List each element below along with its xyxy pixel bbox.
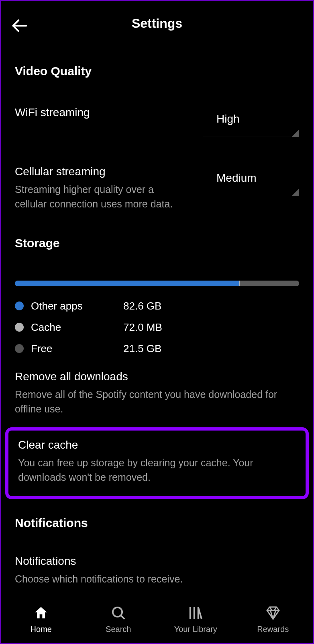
clear-cache-desc: You can free up storage by clearing your… — [18, 455, 296, 485]
nav-label: Search — [106, 625, 131, 634]
settings-content: Video Quality WiFi streaming High Cellul… — [1, 64, 313, 586]
row-cellular-streaming: Cellular streaming Streaming higher qual… — [15, 165, 299, 211]
nav-library[interactable]: Your Library — [157, 603, 234, 643]
bottom-nav: Home Search Your Library Rewards — [2, 599, 312, 643]
legend-other-apps: Other apps 82.6 GB — [15, 300, 299, 312]
storage-bar — [15, 281, 299, 286]
diamond-icon — [265, 605, 281, 621]
legend-value: 82.6 GB — [123, 300, 161, 312]
nav-label: Your Library — [174, 625, 217, 634]
dot-icon — [15, 301, 24, 310]
legend-label: Cache — [31, 321, 123, 334]
wifi-streaming-label: WiFi streaming — [15, 106, 179, 119]
library-icon — [188, 605, 204, 621]
arrow-left-icon — [10, 16, 29, 35]
legend-free: Free 21.5 GB — [15, 343, 299, 355]
clear-cache-highlight: Clear cache You can free up storage by c… — [5, 427, 309, 499]
svg-point-1 — [113, 607, 122, 617]
legend-label: Other apps — [31, 300, 123, 312]
nav-label: Home — [31, 625, 52, 634]
home-icon — [33, 605, 49, 621]
app-header: Settings — [1, 1, 313, 39]
nav-label: Rewards — [257, 625, 289, 634]
storage-legend: Other apps 82.6 GB Cache 72.0 MB Free 21… — [15, 300, 299, 355]
row-wifi-streaming: WiFi streaming High — [15, 106, 299, 137]
cellular-streaming-desc: Streaming higher quality over a cellular… — [15, 182, 179, 211]
wifi-streaming-dropdown[interactable]: High — [203, 109, 299, 137]
nav-rewards[interactable]: Rewards — [234, 603, 312, 643]
notifications-desc: Choose which notifications to receive. — [15, 572, 299, 586]
remove-downloads-desc: Remove all of the Spotify content you ha… — [15, 387, 299, 416]
section-video-quality: Video Quality — [15, 64, 299, 78]
storage-bar-other — [15, 281, 239, 286]
dot-icon — [15, 323, 24, 332]
legend-label: Free — [31, 343, 123, 355]
dot-icon — [15, 344, 24, 353]
nav-search[interactable]: Search — [80, 603, 157, 643]
storage-bar-free — [240, 281, 299, 286]
legend-value: 72.0 MB — [123, 321, 162, 334]
svg-line-2 — [121, 615, 124, 619]
remove-downloads-title: Remove all downloads — [15, 370, 299, 383]
nav-home[interactable]: Home — [2, 603, 80, 643]
cellular-streaming-label: Cellular streaming — [15, 165, 179, 178]
section-storage: Storage — [15, 236, 299, 250]
legend-cache: Cache 72.0 MB — [15, 321, 299, 334]
section-notifications: Notifications — [15, 516, 299, 530]
notifications-title: Notifications — [15, 555, 299, 568]
cellular-streaming-dropdown[interactable]: Medium — [203, 168, 299, 196]
clear-cache-button[interactable]: Clear cache You can free up storage by c… — [18, 439, 296, 485]
legend-value: 21.5 GB — [123, 343, 161, 355]
cellular-streaming-value: Medium — [203, 168, 299, 196]
notifications-button[interactable]: Notifications Choose which notifications… — [15, 555, 299, 586]
back-button[interactable] — [10, 16, 29, 37]
search-icon — [110, 605, 126, 621]
wifi-streaming-value: High — [203, 109, 299, 137]
page-title: Settings — [132, 16, 182, 31]
remove-all-downloads-button[interactable]: Remove all downloads Remove all of the S… — [15, 370, 299, 416]
clear-cache-title: Clear cache — [18, 439, 296, 451]
